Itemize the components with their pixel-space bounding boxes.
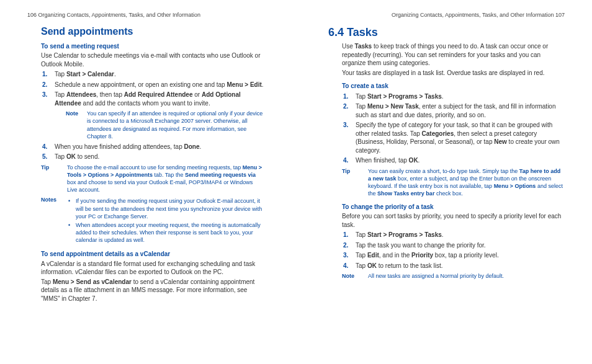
subheading-change-priority: To change the priority of a task — [342, 203, 565, 211]
step-item: Tap OK to send. — [52, 153, 264, 161]
subheading-create-task: To create a task — [342, 82, 565, 91]
notes-text: If you're sending the meeting request us… — [67, 196, 264, 245]
note-block: Note All new tasks are assigned a Normal… — [342, 272, 565, 280]
note-text: You can specify if an attendee is requir… — [87, 110, 264, 140]
notes-item: When attendees accept your meeting reque… — [74, 221, 264, 244]
step-item: Tap the task you want to change the prio… — [353, 241, 565, 250]
page-spread: 106 Organizing Contacts, Appointments, T… — [0, 0, 592, 364]
tip-label: Tip — [41, 164, 67, 194]
notes-label: Notes — [41, 196, 67, 245]
note-text: All new tasks are assigned a Normal prio… — [368, 272, 504, 280]
inline-note: Note You can specify if an attendee is r… — [66, 110, 264, 140]
step-item: Tap Menu > New Task, enter a subject for… — [353, 102, 565, 119]
step-item: Specify the type of category for your ta… — [353, 121, 565, 154]
step-item: Tap Attendees, then tap Add Required Att… — [52, 91, 264, 140]
running-head-right: Organizing Contacts, Appointments, Tasks… — [328, 11, 565, 19]
step-item: Tap Start > Programs > Tasks. — [353, 92, 565, 101]
step-item: Tap Start > Programs > Tasks. — [353, 231, 565, 239]
tasks-intro-2: Your tasks are displayed in a task list.… — [342, 69, 565, 78]
para-vcalendar-2: Tap Menu > Send as vCalendar to send a v… — [41, 278, 264, 303]
step-item: Tap Start > Calendar. — [52, 70, 264, 79]
tip-block: Tip To choose the e-mail account to use … — [41, 164, 264, 194]
tip-label: Tip — [342, 167, 368, 198]
step-item: Tap Edit, and in the Priority box, tap a… — [353, 251, 565, 260]
steps-create-task: Tap Start > Programs > Tasks. Tap Menu >… — [342, 92, 565, 165]
subheading-vcalendar: To send appointment details as a vCalend… — [41, 250, 264, 259]
subheading-meeting-request: To send a meeting request — [41, 42, 264, 51]
tasks-intro-1: Use Tasks to keep track of things you ne… — [342, 42, 565, 68]
note-label: Note — [66, 110, 87, 140]
section-title-tasks: 6.4 Tasks — [328, 25, 565, 40]
heading-send-appointments: Send appointments — [41, 25, 264, 38]
page-left: 106 Organizing Contacts, Appointments, T… — [0, 0, 296, 364]
step-item: Schedule a new appointment, or open an e… — [52, 81, 264, 89]
tip-block: Tip You can easily create a short, to-do… — [342, 167, 565, 198]
step-item: When finished, tap OK. — [353, 156, 565, 165]
running-head-left: 106 Organizing Contacts, Appointments, T… — [27, 11, 264, 19]
page-right: Organizing Contacts, Appointments, Tasks… — [296, 0, 592, 364]
steps-change-priority: Tap Start > Programs > Tasks. Tap the ta… — [342, 231, 565, 270]
step-item: Tap OK to return to the task list. — [353, 262, 565, 270]
tip-text: To choose the e-mail account to use for … — [67, 164, 264, 194]
para-vcalendar-1: A vCalendar is a standard file format us… — [41, 260, 264, 277]
steps-meeting-request: Tap Start > Calendar. Schedule a new app… — [41, 70, 264, 161]
notes-item: If you're sending the meeting request us… — [74, 197, 264, 220]
intro-meeting-request: Use Calendar to schedule meetings via e-… — [41, 51, 264, 68]
notes-block: Notes If you're sending the meeting requ… — [41, 196, 264, 245]
tip-text: You can easily create a short, to-do typ… — [368, 167, 565, 198]
para-change-priority: Before you can sort tasks by priority, y… — [342, 212, 565, 229]
note-label: Note — [342, 272, 368, 280]
step-item: When you have finished adding attendees,… — [52, 143, 264, 151]
